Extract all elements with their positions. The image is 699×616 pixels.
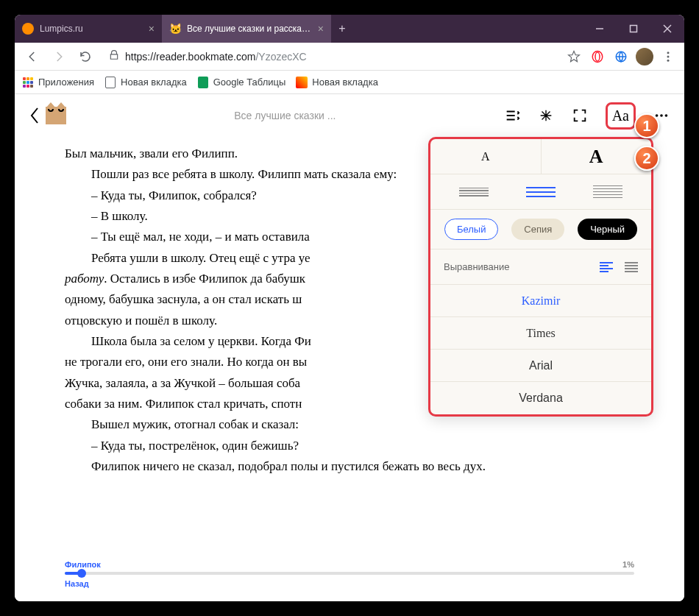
font-option-kazimir[interactable]: Kazimir — [430, 285, 651, 317]
maximize-button[interactable] — [617, 15, 650, 43]
minimize-button[interactable] — [583, 15, 617, 43]
fullscreen-button[interactable] — [572, 107, 588, 124]
address-bar: https://reader.bookmate.com/YzozecXC — [15, 43, 684, 71]
bookmark-label: Приложения — [38, 77, 94, 88]
url-path: /YzozecXC — [255, 51, 306, 63]
callout-1: 1 — [634, 113, 659, 138]
svg-point-7 — [667, 52, 670, 54]
url-host: reader.bookmate.com — [156, 51, 255, 63]
spacing-tight-button[interactable] — [459, 188, 489, 197]
globe-icon[interactable] — [611, 46, 631, 67]
theme-black-button[interactable]: Черный — [578, 219, 637, 240]
progress-back-link[interactable]: Назад — [65, 579, 634, 588]
window-controls — [583, 15, 684, 43]
font-option-times[interactable]: Times — [430, 317, 651, 350]
url-text: https://reader.bookmate.com/YzozecXC — [125, 51, 307, 63]
spacing-wide-button[interactable] — [593, 185, 622, 198]
progress-labels: Филипок 1% — [65, 560, 634, 569]
line-spacing-row — [430, 174, 651, 210]
reader-viewport: Все лучшие сказки ... Aa Был мальчик, зв… — [15, 94, 684, 601]
tab-lumpics[interactable]: Lumpics.ru × — [15, 15, 162, 43]
tab-bookmate[interactable]: 🐱 Все лучшие сказки и рассказы × — [162, 15, 331, 43]
font-settings-button[interactable]: Aa — [606, 102, 636, 130]
svg-point-11 — [660, 114, 663, 117]
align-justify-button[interactable] — [625, 262, 638, 272]
contents-button[interactable] — [504, 107, 520, 124]
font-settings-panel: A A Белый Сепия Черный Выравнивание Kazi… — [428, 137, 653, 417]
url-box[interactable]: https://reader.bookmate.com/YzozecXC — [100, 46, 561, 67]
bookmate-logo[interactable] — [46, 107, 66, 124]
text-line: Вышел мужик, отогнал собак и сказал: — [65, 415, 634, 434]
document-icon — [104, 77, 116, 88]
svg-point-8 — [667, 55, 670, 57]
alignment-label: Выравнивание — [444, 261, 588, 272]
aa-label: Aa — [612, 107, 629, 124]
lock-icon — [109, 50, 119, 63]
callout-2: 2 — [634, 146, 659, 171]
progress-slider[interactable] — [65, 572, 634, 575]
tab-title: Все лучшие сказки и рассказы — [187, 24, 312, 34]
text-line: – Куда ты, пострелёнок, один бежишь? — [65, 436, 634, 456]
text-line: Филипок ничего не сказал, подобрал полы … — [65, 457, 634, 476]
progress-percent: 1% — [622, 560, 634, 569]
progress-thumb[interactable] — [77, 569, 86, 578]
close-icon[interactable]: × — [318, 23, 324, 35]
svg-point-12 — [665, 114, 668, 117]
svg-point-9 — [667, 59, 670, 61]
reader-back-button[interactable] — [29, 107, 40, 124]
star-button[interactable] — [538, 107, 554, 124]
titlebar: Lumpics.ru × 🐱 Все лучшие сказки и расск… — [15, 15, 684, 43]
theme-row: Белый Сепия Черный — [430, 210, 651, 249]
bookmarks-bar: Приложения Новая вкладка Google Таблицы … — [15, 71, 684, 94]
new-tab-button[interactable]: + — [331, 15, 353, 43]
book-title: Все лучшие сказки ... — [66, 110, 504, 121]
align-left-button[interactable] — [600, 262, 613, 272]
bookmark-sheets[interactable]: Google Таблицы — [197, 77, 286, 88]
bookmark-apps[interactable]: Приложения — [22, 77, 94, 88]
chapter-label: Филипок — [65, 560, 101, 569]
reload-button[interactable] — [74, 45, 97, 68]
decrease-font-button[interactable]: A — [430, 139, 542, 174]
star-icon[interactable] — [564, 46, 584, 67]
browser-window: Lumpics.ru × 🐱 Все лучшие сказки и расск… — [15, 15, 684, 601]
bookmark-label: Google Таблицы — [213, 77, 286, 88]
alignment-row: Выравнивание — [430, 249, 651, 285]
theme-white-button[interactable]: Белый — [444, 219, 499, 240]
bookmark-newtab-2[interactable]: Новая вкладка — [296, 77, 378, 88]
bookmark-label: Новая вкладка — [312, 77, 378, 88]
favicon-bookmate: 🐱 — [169, 23, 181, 35]
bookmark-label: Новая вкладка — [121, 77, 187, 88]
yandex-icon — [296, 77, 308, 88]
close-button[interactable] — [650, 15, 684, 43]
menu-icon[interactable] — [658, 46, 678, 67]
font-size-row: A A — [430, 139, 651, 174]
forward-button[interactable] — [47, 45, 71, 68]
bookmark-newtab[interactable]: Новая вкладка — [104, 77, 187, 88]
sheets-icon — [197, 77, 209, 88]
profile-avatar[interactable] — [634, 46, 655, 67]
tab-title: Lumpics.ru — [40, 24, 143, 34]
spacing-normal-button[interactable] — [526, 187, 556, 197]
svg-rect-1 — [631, 26, 637, 32]
font-option-verdana[interactable]: Verdana — [430, 382, 651, 414]
favicon-lumpics — [22, 23, 34, 35]
theme-sepia-button[interactable]: Сепия — [511, 219, 564, 240]
opera-icon[interactable] — [587, 46, 608, 67]
url-scheme: https:// — [125, 51, 156, 63]
progress-area: Филипок 1% Назад — [65, 560, 634, 588]
close-icon[interactable]: × — [149, 23, 155, 35]
apps-icon — [22, 77, 34, 88]
svg-point-5 — [595, 52, 600, 61]
font-option-arial[interactable]: Arial — [430, 350, 651, 382]
reader-header: Все лучшие сказки ... Aa — [15, 94, 684, 137]
back-button[interactable] — [21, 45, 44, 68]
